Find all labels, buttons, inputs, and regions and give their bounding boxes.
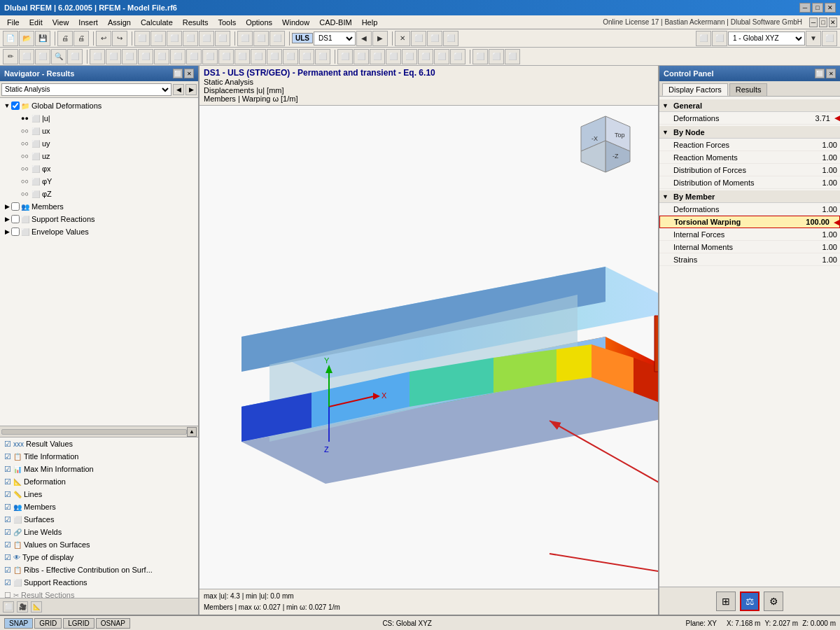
nav-line-welds[interactable]: ☑ 🔗 Line Welds xyxy=(0,526,198,538)
t2b6[interactable]: ⬜ xyxy=(90,49,105,64)
nav-bt1[interactable]: ⬜ xyxy=(3,601,14,612)
snap-btn[interactable]: SNAP xyxy=(4,618,33,629)
t2b8[interactable]: ⬜ xyxy=(122,49,137,64)
tree-item-phix[interactable]: ○ ⬜ φx xyxy=(0,162,198,175)
viewport-canvas[interactable]: Y X Z X Y Z xyxy=(200,106,658,589)
tree-item-u-abs[interactable]: ● ⬜ |u| xyxy=(0,112,198,125)
view-combo[interactable]: 1 - Global XYZ xyxy=(728,31,805,46)
save-btn[interactable]: 💾 xyxy=(35,31,50,46)
t2b21[interactable]: ⬜ xyxy=(337,49,353,64)
t2b24[interactable]: ⬜ xyxy=(386,49,401,64)
menu-help[interactable]: Help xyxy=(358,18,382,27)
next-btn[interactable]: ▶ xyxy=(372,31,388,46)
t2b13[interactable]: ⬜ xyxy=(202,49,218,64)
cp-close-btn[interactable]: ✕ xyxy=(826,69,836,78)
nav-float-btn[interactable]: ⬜ xyxy=(173,69,183,78)
prev-btn[interactable]: ◀ xyxy=(356,31,372,46)
nav-members-bottom[interactable]: ☑ 👥 Members xyxy=(0,500,198,513)
nav-ribs[interactable]: ☑ 📋 Ribs - Effective Contribution on Sur… xyxy=(0,564,198,576)
maximize-btn[interactable]: □ xyxy=(812,3,823,13)
tb8[interactable]: ⬜ xyxy=(253,31,269,46)
members-checkbox[interactable] xyxy=(11,202,20,211)
lgrid-btn[interactable]: LGRID xyxy=(63,618,94,629)
osnap-btn[interactable]: OSNAP xyxy=(96,618,130,629)
ux-radio[interactable]: ○ xyxy=(21,127,29,134)
tb7[interactable]: ⬜ xyxy=(237,31,253,46)
analysis-combo[interactable]: Static Analysis xyxy=(1,83,172,96)
t2b9[interactable]: ⬜ xyxy=(138,49,153,64)
app-restore-btn[interactable]: □ xyxy=(819,18,827,27)
nav-result-values[interactable]: ☑ xxx Result Values xyxy=(0,438,198,450)
nav-result-sections[interactable]: ☐ ✂ Result Sections xyxy=(0,589,198,598)
t2b25[interactable]: ⬜ xyxy=(402,49,417,64)
global-def-checkbox[interactable] xyxy=(11,102,20,110)
tree-item-global-deformations[interactable]: ▼ 📁 Global Deformations xyxy=(0,99,198,112)
minimize-btn[interactable]: ─ xyxy=(799,3,811,13)
cp-balance-btn[interactable]: ⚖ xyxy=(740,592,760,611)
cp-by-node-header[interactable]: ▼ By Node xyxy=(659,126,840,139)
t2b12[interactable]: ⬜ xyxy=(186,49,202,64)
t2b1[interactable]: ✏ xyxy=(3,49,18,64)
t2b23[interactable]: ⬜ xyxy=(370,49,385,64)
tree-item-ux[interactable]: ○ ⬜ ux xyxy=(0,125,198,137)
tree-item-envelope-values[interactable]: ▶ ⬜ Envelope Values xyxy=(0,225,198,238)
envelope-checkbox[interactable] xyxy=(11,227,20,236)
print-btn[interactable]: 🖨 xyxy=(57,31,73,46)
tree-item-uz[interactable]: ○ ⬜ uz xyxy=(0,150,198,162)
tb5[interactable]: ⬜ xyxy=(199,31,214,46)
t2b20[interactable]: ⬜ xyxy=(315,49,330,64)
cp-table-btn[interactable]: ⊞ xyxy=(716,592,736,611)
menu-tools[interactable]: Tools xyxy=(214,18,240,27)
nav-close-btn[interactable]: ✕ xyxy=(184,69,194,78)
t2b10[interactable]: ⬜ xyxy=(154,49,169,64)
cp-settings-btn[interactable]: ⚙ xyxy=(764,592,783,611)
phix-radio[interactable]: ○ xyxy=(21,165,29,172)
tree-item-phiy[interactable]: ○ ⬜ φY xyxy=(0,175,198,188)
menu-calculate[interactable]: Calculate xyxy=(136,18,177,27)
menu-cad-bim[interactable]: CAD-BIM xyxy=(315,18,356,27)
close-btn[interactable]: ✕ xyxy=(825,3,836,13)
menu-file[interactable]: File xyxy=(3,18,24,27)
menu-options[interactable]: Options xyxy=(241,18,276,27)
ds-combo[interactable]: DS1 xyxy=(314,31,356,46)
tb11[interactable]: ⬜ xyxy=(411,31,426,46)
tab-display-factors[interactable]: Display Factors xyxy=(662,83,728,96)
menu-assign[interactable]: Assign xyxy=(104,18,135,27)
app-close-btn[interactable]: ✕ xyxy=(829,18,837,27)
nav-surfaces[interactable]: ☑ ⬜ Surfaces xyxy=(0,513,198,526)
open-btn[interactable]: 📂 xyxy=(19,31,34,46)
tb15[interactable]: ⬜ xyxy=(712,31,727,46)
tb16[interactable]: ⬜ xyxy=(822,31,837,46)
nav-bt3[interactable]: 📐 xyxy=(31,601,42,612)
uy-radio[interactable]: ○ xyxy=(21,140,29,147)
t2b26[interactable]: ⬜ xyxy=(418,49,433,64)
tree-item-members[interactable]: ▶ 👥 Members xyxy=(0,200,198,213)
t2b16[interactable]: ⬜ xyxy=(251,49,266,64)
tb13[interactable]: ⬜ xyxy=(443,31,458,46)
tb4[interactable]: ⬜ xyxy=(183,31,198,46)
tab-results[interactable]: Results xyxy=(729,83,768,96)
t2b2[interactable]: ⬜ xyxy=(19,49,34,64)
phiy-radio[interactable]: ○ xyxy=(21,178,29,185)
support-checkbox[interactable] xyxy=(11,215,20,223)
tb12[interactable]: ⬜ xyxy=(427,31,442,46)
u-abs-radio[interactable]: ● xyxy=(21,115,29,122)
t2b19[interactable]: ⬜ xyxy=(299,49,314,64)
grid-btn[interactable]: GRID xyxy=(34,618,62,629)
tb14[interactable]: ⬜ xyxy=(696,31,711,46)
t2b14[interactable]: ⬜ xyxy=(218,49,234,64)
print2-btn[interactable]: 🖨 xyxy=(74,31,89,46)
cp-general-header[interactable]: ▼ General xyxy=(659,99,840,112)
t2b27[interactable]: ⬜ xyxy=(434,49,449,64)
t2b5[interactable]: ⬜ xyxy=(67,49,83,64)
tb2[interactable]: ⬜ xyxy=(150,31,166,46)
nav-deformation[interactable]: ☑ 📐 Deformation xyxy=(0,475,198,488)
nav-prev-btn[interactable]: ◀ xyxy=(173,84,184,95)
menu-edit[interactable]: Edit xyxy=(25,18,47,27)
nav-next-btn[interactable]: ▶ xyxy=(186,84,197,95)
t2b22[interactable]: ⬜ xyxy=(354,49,369,64)
undo-btn[interactable]: ↩ xyxy=(96,31,111,46)
tb10[interactable]: ✕ xyxy=(395,31,410,46)
t2b4[interactable]: 🔍 xyxy=(51,49,66,64)
t2b30[interactable]: ⬜ xyxy=(489,49,504,64)
